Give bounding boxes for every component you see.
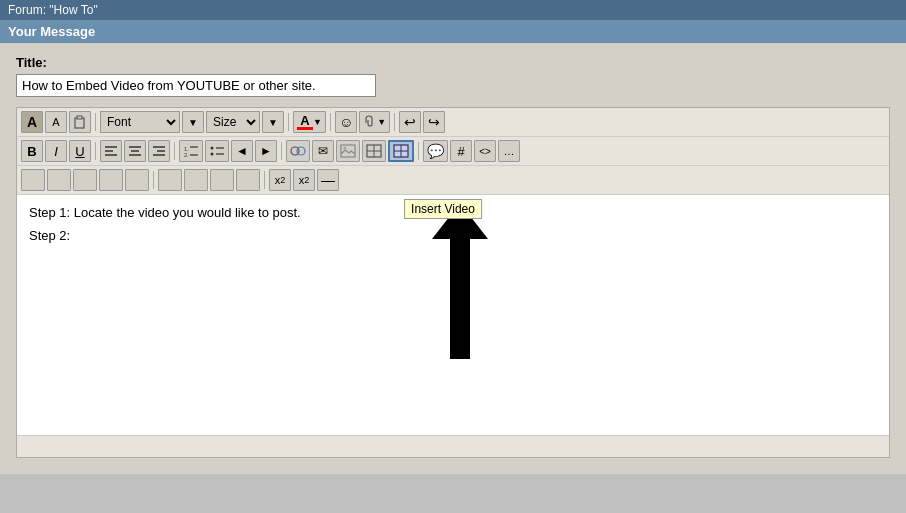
link-icon: [290, 144, 306, 158]
tb-separator: [95, 113, 96, 131]
tb-separator: [330, 113, 331, 131]
r3-btn2[interactable]: [47, 169, 71, 191]
link-btn[interactable]: [286, 140, 310, 162]
svg-point-22: [344, 147, 347, 150]
title-label: Title:: [16, 55, 890, 70]
r3-btn1[interactable]: [21, 169, 45, 191]
forum-bar: Forum: "How To": [0, 0, 906, 20]
tb-separator: [153, 171, 154, 189]
table-btn1[interactable]: [362, 140, 386, 162]
ol-icon: 1.2.: [183, 144, 199, 158]
bold-btn[interactable]: B: [21, 140, 43, 162]
r3-btn9[interactable]: [236, 169, 260, 191]
emoji-btn[interactable]: ☺: [335, 111, 357, 133]
r3-btn8[interactable]: [210, 169, 234, 191]
font-select[interactable]: Font Arial Times New Roman Courier: [100, 111, 180, 133]
your-message-label: Your Message: [8, 24, 95, 39]
image-btn[interactable]: [336, 140, 360, 162]
outdent-btn[interactable]: ◄: [231, 140, 253, 162]
editor-line1: Step 1: Locate the video you would like …: [29, 205, 877, 220]
subscript-btn[interactable]: x2: [269, 169, 291, 191]
svg-rect-21: [341, 145, 355, 157]
align-right-btn[interactable]: [148, 140, 170, 162]
hash-btn[interactable]: #: [450, 140, 472, 162]
size-select[interactable]: Size 810121416: [206, 111, 260, 133]
indent-btn[interactable]: ►: [255, 140, 277, 162]
svg-point-17: [211, 153, 214, 156]
font-format-btn2[interactable]: A: [45, 111, 67, 133]
color-a-icon: A: [297, 114, 313, 130]
tb-separator: [264, 171, 265, 189]
align-center-btn[interactable]: [124, 140, 146, 162]
r3-btn7[interactable]: [184, 169, 208, 191]
svg-rect-1: [77, 116, 82, 119]
superscript-btn[interactable]: x2: [293, 169, 315, 191]
italic-icon: I: [54, 144, 58, 159]
attach-icon: [363, 115, 377, 129]
table1-icon: [366, 144, 382, 158]
tb-separator: [288, 113, 289, 131]
bold-icon: B: [27, 144, 36, 159]
email-btn[interactable]: ✉: [312, 140, 334, 162]
table2-icon: [393, 144, 409, 158]
ordered-list-btn[interactable]: 1.2.: [179, 140, 203, 162]
quote-btn[interactable]: 💬: [423, 140, 448, 162]
align-right-icon: [152, 145, 166, 157]
editor-wrapper: A A Font Arial Times New Roman Courier ▼…: [16, 107, 890, 458]
attach-dropdown-icon: ▼: [377, 117, 386, 127]
undo-btn[interactable]: ↩: [399, 111, 421, 133]
outer-container: Title: A A Font Arial Times New Roman Co…: [0, 43, 906, 474]
tb-separator: [281, 142, 282, 160]
title-input[interactable]: [16, 74, 376, 97]
redo-btn[interactable]: ↪: [423, 111, 445, 133]
tb-separator: [418, 142, 419, 160]
toolbar-row3: x2 x2 —: [17, 166, 889, 195]
more-btn[interactable]: …: [498, 140, 520, 162]
svg-point-15: [211, 147, 214, 150]
r3-btn4[interactable]: [99, 169, 123, 191]
r3-btn5[interactable]: [125, 169, 149, 191]
editor-content: Step 1: Locate the video you would like …: [29, 205, 877, 243]
r3-btn3[interactable]: [73, 169, 97, 191]
editor-footer: [17, 435, 889, 457]
hr-btn[interactable]: —: [317, 169, 339, 191]
underline-btn[interactable]: U: [69, 140, 91, 162]
toolbar-row2: B I U 1.2. ◄ ►: [17, 137, 889, 166]
font-dropdown-btn[interactable]: ▼: [182, 111, 204, 133]
toolbar-row1: A A Font Arial Times New Roman Courier ▼…: [17, 108, 889, 137]
svg-point-20: [297, 147, 305, 155]
align-left-btn[interactable]: [100, 140, 122, 162]
tb-separator: [174, 142, 175, 160]
color-dropdown-icon: ▼: [313, 117, 322, 127]
align-center-icon: [128, 145, 142, 157]
font-color-btn[interactable]: A ▼: [293, 111, 326, 133]
paste-btn[interactable]: [69, 111, 91, 133]
size-dropdown-btn[interactable]: ▼: [262, 111, 284, 133]
italic-btn[interactable]: I: [45, 140, 67, 162]
svg-text:2.: 2.: [184, 152, 189, 158]
forum-bar-text: Forum: "How To": [8, 3, 98, 17]
font-format-btn1[interactable]: A: [21, 111, 43, 133]
align-left-icon: [104, 145, 118, 157]
tb-separator: [95, 142, 96, 160]
image-icon: [340, 144, 356, 158]
your-message-bar: Your Message: [0, 20, 906, 43]
table-btn2[interactable]: [388, 140, 414, 162]
ul-icon: [209, 144, 225, 158]
r3-btn6[interactable]: [158, 169, 182, 191]
code-btn[interactable]: <>: [474, 140, 496, 162]
editor-area[interactable]: Step 1: Locate the video you would like …: [17, 195, 889, 435]
unordered-list-btn[interactable]: [205, 140, 229, 162]
tb-separator: [394, 113, 395, 131]
attach-btn[interactable]: ▼: [359, 111, 390, 133]
paste-icon: [73, 115, 87, 129]
underline-icon: U: [75, 144, 84, 159]
editor-line2: Step 2:: [29, 228, 877, 243]
